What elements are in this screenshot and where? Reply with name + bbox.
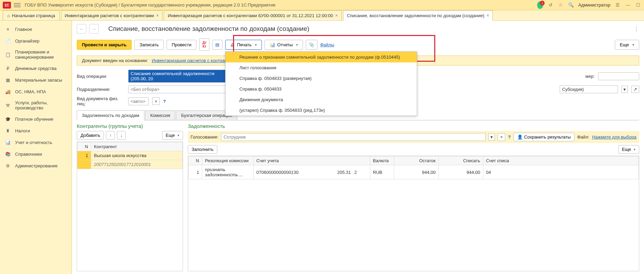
tabs-bar: ⌂ Начальная страница Инвентаризация расч…: [0, 10, 644, 21]
nav-back-button[interactable]: ←: [77, 24, 86, 34]
debt-table[interactable]: N Резолюция комиссии Счет учета Валюта О…: [188, 156, 639, 271]
open-icon[interactable]: ↗: [631, 86, 639, 93]
print-item-decision[interactable]: Решение о признании сомнительной задолже…: [226, 52, 417, 62]
col-name: Контрагент: [91, 142, 183, 151]
sidebar-item-refs[interactable]: 📚Справочники: [0, 148, 72, 160]
sidebar-item-main[interactable]: ≡Главное: [0, 23, 72, 35]
table-row-sub[interactable]: 20077125020017712010001: [77, 160, 183, 169]
print-item-ref-full[interactable]: Справка ф. 0504833 (развернутая): [226, 73, 417, 84]
close-icon[interactable]: ×: [486, 13, 489, 18]
history-icon[interactable]: ↺: [547, 2, 554, 8]
nav-forward-button[interactable]: →: [89, 24, 99, 34]
number-label: мер:: [585, 74, 595, 79]
search-icon[interactable]: 🔍: [568, 2, 574, 8]
more-button[interactable]: Еще: [162, 131, 183, 140]
more-menu-icon[interactable]: ⋮: [634, 26, 639, 32]
tab-label: Инвентаризация расчетов с контрагентами …: [168, 13, 333, 18]
notifications-icon[interactable]: [537, 2, 543, 8]
dropdown-icon[interactable]: ▾: [488, 133, 495, 141]
add-button[interactable]: Добавить: [77, 131, 104, 140]
counterparties-table[interactable]: NКонтрагент 1 Высшая школа искусства 200…: [77, 142, 183, 271]
sidebar-label: Администрирование: [15, 163, 58, 168]
col-writeoff: Списать: [439, 156, 483, 165]
doctype-label: Вид документа физ. лиц:: [77, 96, 125, 106]
sidebar-label: Налоги: [15, 128, 30, 133]
close-icon[interactable]: ×: [335, 13, 338, 18]
tab-inventory-doc[interactable]: Инвентаризация расчетов с контрагентами …: [164, 10, 341, 20]
more-button[interactable]: Еще: [618, 145, 639, 154]
chart-icon: 📊: [270, 42, 275, 47]
doctype-input[interactable]: [128, 97, 149, 105]
reports-button[interactable]: 📊 Отчеты: [265, 40, 303, 50]
files-link[interactable]: Файлы: [320, 42, 334, 47]
move-down-button[interactable]: ↓: [117, 131, 126, 140]
attach-button[interactable]: 📎: [306, 40, 317, 50]
calendar-icon: 📋: [5, 51, 11, 58]
vote-label: Голосование:: [191, 134, 218, 140]
app-logo: 1C: [3, 2, 11, 9]
inner-tab-debt[interactable]: Задолженность по доходам: [77, 110, 144, 120]
dropdown-icon[interactable]: ▾: [621, 86, 628, 93]
list-button[interactable]: ▤: [212, 40, 222, 50]
post-close-button[interactable]: Провести и закрыть: [77, 40, 132, 50]
grid-icon: ▦: [5, 77, 11, 83]
inner-tab-commission[interactable]: Комиссия: [145, 110, 175, 120]
post-button[interactable]: Провести: [167, 40, 197, 50]
optype-input[interactable]: Списание сомнительной задолженности (205…: [128, 70, 234, 83]
help-icon[interactable]: ?: [163, 99, 166, 104]
home-icon: ⌂: [7, 13, 10, 18]
sidebar-item-planning[interactable]: 📋Планирование и санкционирование: [0, 47, 72, 62]
col-balance: Остаток: [394, 156, 439, 165]
print-item-deprecated[interactable]: (устарел) Справка ф. 0504833 (ред.173н): [226, 105, 417, 116]
sidebar-item-reporting[interactable]: 📊Учет и отчетность: [0, 136, 72, 148]
print-item-moves[interactable]: Движения документа: [226, 94, 417, 105]
more-button[interactable]: Еще: [615, 40, 639, 50]
help-icon[interactable]: ?: [508, 134, 511, 140]
sidebar-label: Учет и отчетность: [15, 140, 52, 145]
org-input[interactable]: Субсидия): [560, 85, 618, 93]
settings-lines-icon[interactable]: ☰: [615, 2, 621, 8]
sidebar-item-money[interactable]: ₽Денежные средства: [0, 62, 72, 74]
table-row[interactable]: 1 Высшая школа искусства: [77, 151, 183, 160]
move-up-button[interactable]: ↑: [106, 131, 115, 140]
sidebar-item-materials[interactable]: ▦Материальные запасы: [0, 74, 72, 86]
sidebar-item-organizer[interactable]: 📄Органайзер: [0, 35, 72, 47]
cell-account: 07060000000000130 2 205.31: [254, 165, 370, 179]
print-label: Печать: [237, 42, 252, 47]
sidebar-item-services[interactable]: ⚒Услуги, работы, производство: [0, 97, 72, 113]
star-icon[interactable]: ☆: [558, 2, 564, 8]
sidebar-item-admin[interactable]: ⚙Администрирование: [0, 160, 72, 171]
close-icon[interactable]: ×: [156, 13, 159, 18]
tab-home[interactable]: ⌂ Начальная страница: [3, 10, 60, 20]
counterparties-title: Контрагенты (группы учета): [77, 123, 183, 129]
report-icon: 📊: [5, 139, 11, 145]
sidebar-item-education[interactable]: 🎓Платное обучение: [0, 113, 72, 125]
sidebar-item-taxes[interactable]: ♜Налоги: [0, 125, 72, 136]
write-button[interactable]: Записать: [134, 40, 164, 50]
maximize-icon[interactable]: ☐: [635, 2, 641, 8]
list-icon: ▤: [215, 42, 219, 47]
dtkt-button[interactable]: ДтКт: [199, 38, 209, 51]
menu-icon[interactable]: [14, 2, 21, 9]
save-results-button[interactable]: 👤 Сохранить результаты: [513, 133, 574, 141]
print-button[interactable]: 🖨 Печать: [225, 40, 262, 50]
fill-button[interactable]: Заполнить: [188, 145, 217, 154]
minimize-icon[interactable]: —: [625, 2, 631, 8]
number-input[interactable]: [598, 72, 639, 80]
dept-input[interactable]: [128, 85, 234, 93]
col-n: N: [77, 142, 91, 151]
clear-button[interactable]: ×: [152, 97, 160, 105]
sidebar-item-assets[interactable]: 🚚ОС, НМА, НПА: [0, 86, 72, 97]
file-link[interactable]: Нажмите для выбора: [592, 134, 636, 140]
clear-button[interactable]: ×: [498, 133, 505, 141]
tab-inventory[interactable]: Инвентаризация расчетов с контрагентами …: [61, 10, 163, 20]
sidebar: ≡Главное 📄Органайзер 📋Планирование и сан…: [0, 21, 72, 274]
table-row[interactable]: 1 признать задолженность ... 07060000000…: [189, 165, 639, 179]
tab-writeoff[interactable]: Списание, восстановление задолженности п…: [343, 10, 493, 21]
col-account-writeoff: Счет списа: [483, 156, 639, 165]
print-item-vote[interactable]: Лист голосования: [226, 62, 417, 73]
user-label[interactable]: Администратор: [578, 2, 610, 8]
vote-input[interactable]: [221, 133, 486, 141]
app-header: 1C ГОБУ ВПО Университет искусств (Субсид…: [0, 0, 644, 10]
print-item-ref[interactable]: Справка ф. 0504833: [226, 84, 417, 94]
